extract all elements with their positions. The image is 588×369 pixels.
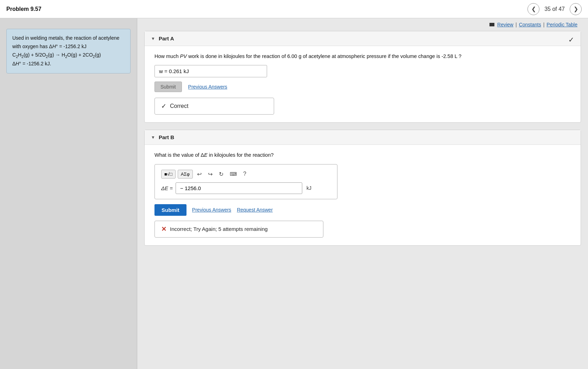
part-a-answer-row: w = 0.261 kJ: [154, 65, 571, 77]
page-indicator: 35 of 47: [542, 6, 567, 12]
sidebar: Used in welding metals, the reaction of …: [0, 18, 137, 369]
main-layout: Used in welding metals, the reaction of …: [0, 18, 588, 369]
correct-checkmark-icon: ✓: [161, 102, 166, 110]
part-a-question: How much PV work is done in kilojoules f…: [154, 52, 571, 60]
part-b-question: What is the value of ΔE in kilojoules fo…: [154, 151, 571, 159]
part-a-previous-answers[interactable]: Previous Answers: [188, 84, 227, 90]
part-a-arrow: ▼: [151, 36, 155, 41]
part-a-label: Part A: [159, 35, 174, 41]
part-a-section: ▼ Part A ✓ How much PV work is done in k…: [144, 31, 581, 123]
content-area: Review | Constants | Periodic Table ▼ Pa…: [137, 18, 588, 369]
review-link[interactable]: Review: [497, 22, 513, 27]
sqrt-button[interactable]: ■√□: [161, 170, 176, 179]
part-a-checkmark: ✓: [568, 35, 574, 44]
incorrect-label: Incorrect; Try Again; 5 attempts remaini…: [170, 226, 268, 232]
part-a-body: How much PV work is done in kilojoules f…: [145, 46, 581, 122]
incorrect-box: ✕ Incorrect; Try Again; 5 attempts remai…: [154, 221, 323, 238]
unit-label: kJ: [306, 185, 311, 191]
part-a-answer-input[interactable]: w = 0.261 kJ: [154, 65, 267, 77]
correct-box: ✓ Correct: [154, 98, 274, 115]
part-b-submit-button[interactable]: Submit: [154, 204, 186, 216]
undo-button[interactable]: ↩: [195, 169, 204, 179]
constants-link[interactable]: Constants: [519, 22, 541, 27]
problem-title: Problem 9.57: [6, 6, 42, 12]
part-a-header[interactable]: ▼ Part A: [145, 31, 581, 46]
periodic-table-link[interactable]: Periodic Table: [546, 22, 577, 27]
delta-e-label: ΔE =: [161, 185, 173, 191]
math-toolbar: ■√□ ΑΣφ ↩ ↪ ↻ ⌨ ?: [161, 169, 331, 179]
part-a-submit-button[interactable]: Submit: [154, 82, 182, 92]
greek-icon: ΑΣφ: [181, 171, 190, 177]
sidebar-text: Used in welding metals, the reaction of …: [12, 34, 125, 68]
part-a-submit-row: Submit Previous Answers: [154, 82, 571, 92]
separator-2: |: [543, 22, 545, 27]
sidebar-content: Used in welding metals, the reaction of …: [6, 29, 131, 73]
top-bar: Problem 9.57 ❮ 35 of 47 ❯: [0, 0, 588, 18]
links-bar: Review | Constants | Periodic Table: [137, 18, 588, 31]
help-button[interactable]: ?: [241, 169, 248, 179]
sqrt-icon: ■√□: [164, 171, 172, 177]
prev-button[interactable]: ❮: [527, 3, 539, 15]
part-b-label: Part B: [159, 134, 174, 140]
delta-e-input[interactable]: [176, 182, 302, 194]
part-b-submit-row: Submit Previous Answers Request Answer: [154, 204, 571, 216]
separator-1: |: [516, 22, 517, 27]
math-input-area: ■√□ ΑΣφ ↩ ↪ ↻ ⌨ ? ΔE = kJ: [154, 164, 337, 199]
part-b-arrow: ▼: [151, 135, 155, 140]
request-answer-link[interactable]: Request Answer: [237, 207, 273, 213]
part-b-previous-answers[interactable]: Previous Answers: [192, 207, 231, 213]
part-b-header[interactable]: ▼ Part B: [145, 130, 581, 145]
delta-e-row: ΔE = kJ: [161, 182, 331, 194]
incorrect-x-icon: ✕: [161, 225, 166, 233]
refresh-button[interactable]: ↻: [217, 169, 226, 179]
keyboard-button[interactable]: ⌨: [228, 170, 239, 178]
redo-button[interactable]: ↪: [206, 169, 215, 179]
review-icon: [489, 23, 494, 26]
part-b-section: ▼ Part B What is the value of ΔE in kilo…: [144, 130, 581, 245]
next-button[interactable]: ❯: [570, 3, 582, 15]
part-b-body: What is the value of ΔE in kilojoules fo…: [145, 145, 581, 245]
greek-button[interactable]: ΑΣφ: [178, 170, 193, 179]
nav-controls: ❮ 35 of 47 ❯: [527, 3, 582, 15]
correct-label: Correct: [170, 103, 188, 109]
